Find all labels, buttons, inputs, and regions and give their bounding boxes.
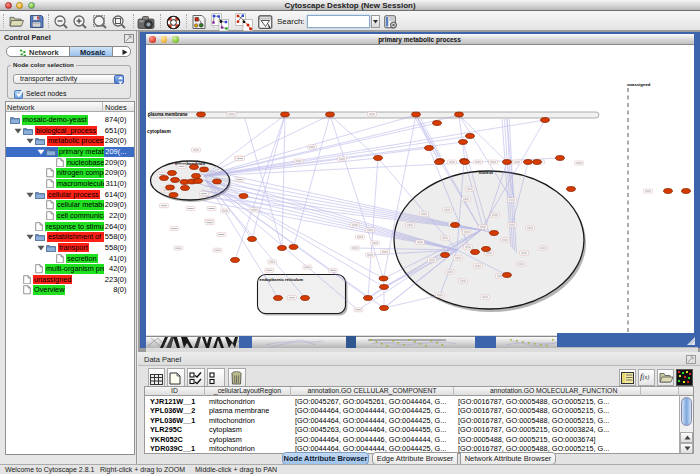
svg-text:cytoplasm: cytoplasm: [147, 129, 171, 134]
svg-text:endoplasmic reticulum: endoplasmic reticulum: [259, 277, 303, 282]
svg-text:plasma membrane: plasma membrane: [148, 112, 188, 117]
svg-text:unassigned: unassigned: [627, 82, 651, 87]
svg-text:nucleus: nucleus: [478, 171, 492, 175]
